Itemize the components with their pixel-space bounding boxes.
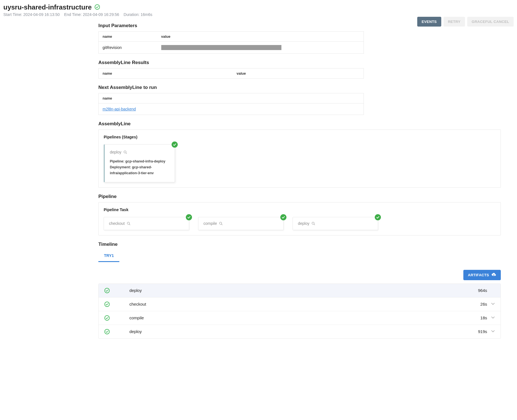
- chevron-down-icon[interactable]: [487, 315, 495, 320]
- task-name: checkout: [109, 221, 125, 226]
- input-params-table: name value gitRevision: [98, 31, 364, 54]
- timeline-step-duration: 26s: [465, 302, 487, 306]
- timeline-row[interactable]: checkout 26s: [99, 298, 501, 311]
- download-cloud-icon: [491, 273, 496, 277]
- stage-name: deploy: [110, 150, 121, 154]
- assemblyline-panel: Pipelines (Stages) deploy Pipeline: gcp-…: [98, 129, 501, 187]
- section-timeline: Timeline: [98, 242, 364, 247]
- timeline-step-name: compile: [124, 315, 465, 320]
- stage-card-deploy[interactable]: deploy Pipeline: gcp-shared-infra-deploy…: [104, 144, 175, 182]
- status-success-icon: [104, 288, 124, 293]
- graceful-cancel-button[interactable]: GRACEFUL CANCEL: [467, 17, 514, 27]
- redacted-value: [161, 45, 281, 50]
- table-row: gitRevision: [99, 42, 364, 54]
- section-next-assembly: Next AssemblyLine to run: [98, 85, 364, 90]
- pipeline-panel: Pipeline Task checkout compile deploy: [98, 202, 501, 235]
- magnify-icon[interactable]: [312, 221, 315, 226]
- timeline-step-duration: 919s: [465, 329, 487, 334]
- next-assembly-link[interactable]: m2l8n-api-backend: [103, 107, 136, 111]
- section-input-parameters: Input Parameters: [98, 23, 364, 29]
- status-success-icon: [104, 315, 124, 321]
- task-card-checkout[interactable]: checkout: [104, 217, 189, 230]
- chevron-down-icon[interactable]: [487, 302, 495, 306]
- section-pipeline: Pipeline: [98, 194, 364, 199]
- section-assemblyline: AssemblyLine: [98, 121, 364, 127]
- section-assembly-results: AssemblyLine Results: [98, 60, 364, 65]
- next-assembly-table: name m2l8n-api-backend: [98, 93, 364, 115]
- page-title: uysru-shared-infrastructure: [3, 3, 92, 11]
- timeline-tabs: TRY1: [98, 250, 364, 262]
- timeline-row[interactable]: deploy 919s: [99, 325, 501, 338]
- status-success-icon: [172, 141, 178, 148]
- table-row: m2l8n-api-backend: [99, 103, 364, 115]
- timeline-step-duration: 964s: [465, 288, 487, 293]
- timeline-step-name: checkout: [124, 302, 465, 306]
- status-success-icon: [94, 4, 100, 11]
- artifacts-button[interactable]: ARTIFACTS: [463, 270, 501, 280]
- pipelines-stages-title: Pipelines (Stages): [104, 135, 495, 139]
- timeline-table: deploy 964s checkout 26s compile 18s dep…: [98, 284, 501, 339]
- magnify-icon[interactable]: [124, 149, 127, 155]
- stage-deployment-label: Deployment: gcp-shared-infra/application…: [110, 164, 170, 176]
- status-success-icon: [104, 301, 124, 307]
- timeline-row[interactable]: compile 18s: [99, 311, 501, 325]
- stage-pipeline-label: Pipeline: gcp-shared-infra-deploy: [110, 159, 170, 164]
- timeline-step-name: deploy: [124, 329, 465, 334]
- task-card-deploy[interactable]: deploy: [293, 217, 378, 230]
- task-name: compile: [203, 221, 217, 226]
- retry-button[interactable]: RETRY: [444, 17, 465, 27]
- status-success-icon: [104, 329, 124, 334]
- timeline-step-duration: 18s: [465, 315, 487, 320]
- run-meta: Start Time: 2024-04-09 16:13:50 End Time…: [3, 12, 514, 17]
- pipeline-task-title: Pipeline Task: [104, 207, 495, 212]
- magnify-icon[interactable]: [127, 221, 130, 226]
- chevron-down-icon[interactable]: [487, 329, 495, 334]
- status-success-icon: [375, 214, 381, 220]
- task-name: deploy: [298, 221, 309, 226]
- magnify-icon[interactable]: [219, 221, 222, 226]
- timeline-row[interactable]: deploy 964s: [99, 284, 501, 298]
- status-success-icon: [280, 214, 286, 220]
- events-button[interactable]: EVENTS: [417, 17, 441, 27]
- tab-try1[interactable]: TRY1: [98, 250, 119, 262]
- assembly-results-table: name value: [98, 68, 364, 79]
- timeline-step-name: deploy: [124, 288, 465, 293]
- task-card-compile[interactable]: compile: [198, 217, 284, 230]
- status-success-icon: [186, 214, 192, 220]
